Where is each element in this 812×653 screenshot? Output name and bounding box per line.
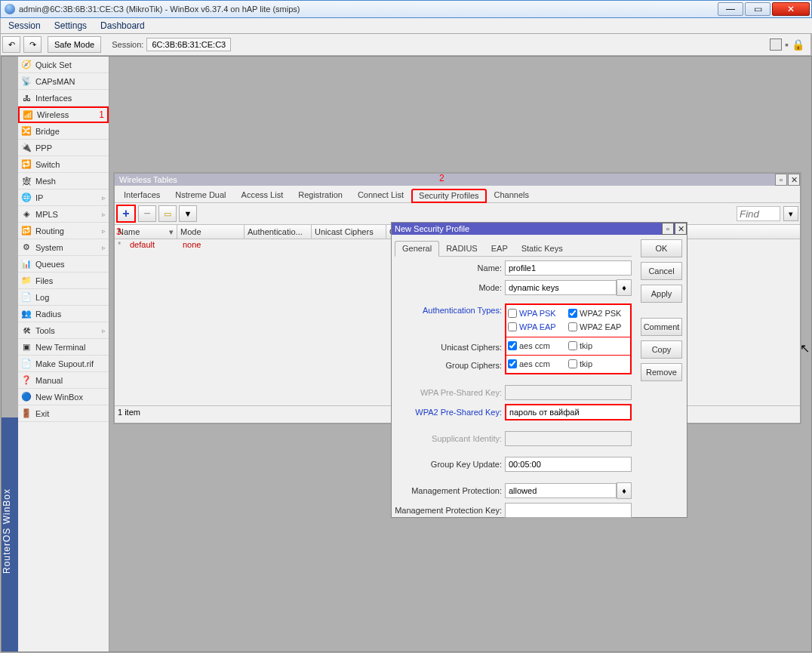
col-auth[interactable]: Authenticatio...	[245, 225, 312, 239]
remove-button[interactable]: −	[138, 205, 156, 222]
wpa-key-label: WPA Pre-Shared Key:	[395, 388, 505, 397]
sidebar-item-files[interactable]: 📁 Files	[18, 273, 109, 289]
group-aes-checkbox[interactable]: aes ccm	[508, 359, 568, 368]
sidebar-item-ppp[interactable]: 🔌 PPP	[18, 140, 109, 156]
filter-button[interactable]: ▼	[179, 205, 197, 222]
maximize-button[interactable]: ▭	[745, 2, 770, 16]
sidebar-item-radius[interactable]: 👥 Radius	[18, 306, 109, 322]
wpa-key-input	[505, 385, 632, 400]
mode-label: Mode:	[395, 283, 505, 292]
remove-button[interactable]: Remove	[641, 363, 682, 381]
sidebar-item-queues[interactable]: 📊 Queues	[18, 256, 109, 273]
close-button[interactable]: ✕	[772, 2, 810, 16]
auth-types-box: WPA PSK WPA2 PSK WPA EAP WPA2 EAP	[505, 303, 632, 338]
add-button[interactable]: +	[116, 205, 136, 223]
nsp-titlebar[interactable]: New Security Profile ▫ ✕	[392, 223, 687, 235]
wireless-icon: 📶	[23, 109, 33, 120]
tab-security-profiles[interactable]: Security Profiles	[411, 189, 486, 203]
wt-close-button[interactable]: ✕	[788, 174, 800, 186]
tab-interfaces[interactable]: Interfaces	[116, 188, 168, 202]
sidebar-item-bridge[interactable]: 🔀 Bridge	[18, 123, 109, 140]
find-dropdown[interactable]: ▾	[783, 206, 798, 221]
mode-dropdown[interactable]: ♦	[617, 279, 632, 296]
sidebar-item-interfaces[interactable]: 🖧 Interfaces	[18, 90, 109, 106]
sidebar-item-switch[interactable]: 🔁 Switch	[18, 156, 109, 173]
routing-icon: 🔂	[21, 226, 32, 236]
wpa2-eap-checkbox[interactable]: WPA2 EAP	[568, 322, 629, 331]
wpa-psk-checkbox[interactable]: WPA PSK	[508, 309, 568, 318]
mgmt-protection-dropdown[interactable]: ♦	[617, 482, 632, 499]
log-icon: 📄	[21, 292, 32, 303]
nsp-tab-radius[interactable]: RADIUS	[439, 242, 484, 256]
unicast-tkip-checkbox[interactable]: tkip	[568, 341, 629, 350]
titlebar: admin@6C:3B:6B:31:CE:C3 (MikroTik) - Win…	[0, 0, 812, 18]
wpa2-key-input[interactable]: пароль от вайфай	[505, 404, 632, 420]
sidebar-item-new-winbox[interactable]: 🔵 New WinBox	[18, 389, 109, 405]
sidebar-item-wireless[interactable]: 📶 Wireless 1	[18, 106, 109, 123]
wpa2-psk-checkbox[interactable]: WPA2 PSK	[568, 309, 629, 318]
sidebar-item-quick-set[interactable]: 🧭 Quick Set	[18, 57, 109, 73]
name-input[interactable]: profile1	[505, 260, 632, 276]
col-unicast[interactable]: Unicast Ciphers	[312, 225, 386, 239]
row-mode: none	[180, 239, 246, 251]
apply-button[interactable]: Apply	[641, 285, 682, 303]
safe-mode-button[interactable]: Safe Mode	[48, 36, 101, 53]
tab-registration[interactable]: Registration	[291, 188, 350, 202]
sidebar-item-mesh[interactable]: 🕸 Mesh	[18, 173, 109, 189]
cancel-button[interactable]: Cancel	[641, 262, 682, 280]
menu-session[interactable]: Session	[8, 20, 41, 31]
wireless-tables-titlebar[interactable]: Wireless Tables ▫ ✕	[115, 174, 800, 186]
tab-nstreme-dual[interactable]: Nstreme Dual	[168, 188, 233, 202]
sidebar-item-exit[interactable]: 🚪 Exit	[18, 405, 109, 422]
find-input[interactable]	[737, 206, 780, 221]
toolbar: ↶ ↷ Safe Mode Session: 6C:3B:6B:31:CE:C3…	[1, 34, 810, 56]
session-value: 6C:3B:6B:31:CE:C3	[146, 38, 231, 51]
group-tkip-checkbox[interactable]: tkip	[568, 359, 629, 368]
comment-button[interactable]: ▭	[158, 205, 177, 222]
minimize-button[interactable]: —	[718, 2, 743, 16]
sidebar-item-ip[interactable]: 🌐 IP ▹	[18, 189, 109, 206]
col-mode[interactable]: Mode	[177, 225, 245, 239]
tab-channels[interactable]: Channels	[487, 188, 537, 202]
mgmt-protection-key-input[interactable]	[505, 503, 632, 518]
menu-dashboard[interactable]: Dashboard	[100, 20, 145, 31]
col-name[interactable]: Name▾	[115, 225, 177, 239]
expand-icon: ▹	[102, 194, 106, 202]
nsp-maximize-button[interactable]: ▫	[662, 223, 674, 235]
supplicant-input	[505, 431, 632, 446]
nsp-tab-eap[interactable]: EAP	[484, 242, 515, 256]
group-key-update-input[interactable]: 00:05:00	[505, 457, 632, 472]
tab-access-list[interactable]: Access List	[234, 188, 291, 202]
wt-maximize-button[interactable]: ▫	[775, 174, 787, 186]
expand-icon: ▹	[102, 244, 106, 251]
mgmt-protection-input[interactable]: allowed	[505, 483, 617, 498]
copy-button[interactable]: Copy	[641, 340, 682, 359]
sidebar-item-new-terminal[interactable]: ▣ New Terminal	[18, 339, 109, 356]
sidebar-item-tools[interactable]: 🛠 Tools ▹	[18, 322, 109, 339]
expand-icon: ▹	[102, 327, 106, 334]
sidebar-item-system[interactable]: ⚙ System ▹	[18, 239, 109, 256]
comment-button[interactable]: Comment	[641, 318, 682, 336]
sidebar-item-routing[interactable]: 🔂 Routing ▹	[18, 223, 109, 239]
nsp-close-button[interactable]: ✕	[675, 223, 687, 235]
hide-icon[interactable]: ▪	[785, 39, 789, 51]
redo-button[interactable]: ↷	[23, 36, 42, 53]
sidebar-item-manual[interactable]: ❓ Manual	[18, 372, 109, 389]
tab-connect-list[interactable]: Connect List	[350, 188, 411, 202]
nsp-tab-static-keys[interactable]: Static Keys	[515, 242, 570, 256]
ok-button[interactable]: OK	[641, 239, 682, 257]
wpa-eap-checkbox[interactable]: WPA EAP	[508, 322, 568, 331]
expand-icon: ▹	[102, 211, 106, 218]
sidebar-item-capsman[interactable]: 📡 CAPsMAN	[18, 73, 109, 90]
sidebar-item-log[interactable]: 📄 Log	[18, 289, 109, 306]
lock-icon[interactable]: 🔒	[792, 39, 804, 51]
unicast-aes-checkbox[interactable]: aes ccm	[508, 341, 568, 350]
mode-input[interactable]: dynamic keys	[505, 280, 617, 295]
menu-settings[interactable]: Settings	[54, 20, 87, 31]
annotation-3: 3	[116, 226, 121, 237]
sidebar-item-make-supout[interactable]: 📄 Make Supout.rif	[18, 356, 109, 372]
undo-button[interactable]: ↶	[2, 36, 20, 53]
nsp-tab-general[interactable]: General	[395, 241, 439, 257]
dashboard-box-icon[interactable]	[770, 39, 782, 51]
sidebar-item-mpls[interactable]: ◈ MPLS ▹	[18, 206, 109, 223]
